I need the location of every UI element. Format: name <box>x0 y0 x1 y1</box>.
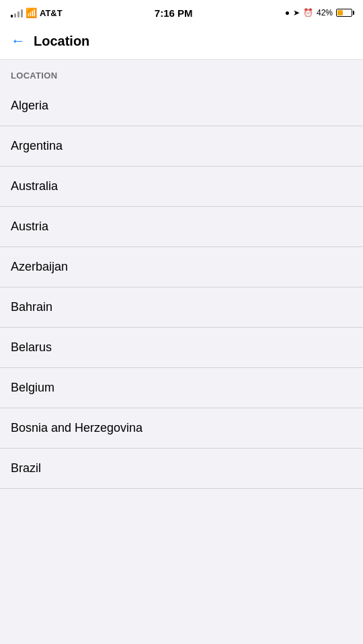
list-item-label: Australia <box>11 179 58 193</box>
location-icon: ● <box>285 8 290 17</box>
list-item-label: Argentina <box>11 139 63 153</box>
back-arrow-icon: ← <box>11 34 26 48</box>
carrier-label: AT&T <box>40 8 63 18</box>
status-left: 📶 AT&T <box>11 7 63 18</box>
location-list: LOCATION AlgeriaArgentinaAustraliaAustri… <box>0 60 363 489</box>
list-item-label: Austria <box>11 220 48 234</box>
list-item[interactable]: Algeria <box>0 86 363 126</box>
back-button[interactable]: ← <box>5 31 31 51</box>
list-item-label: Belgium <box>11 381 54 395</box>
list-item[interactable]: Argentina <box>0 126 363 167</box>
list-item-label: Algeria <box>11 99 48 113</box>
list-item[interactable]: Belgium <box>0 368 363 408</box>
nav-header: ← Location <box>0 24 363 60</box>
signal-icon <box>11 8 23 17</box>
list-item[interactable]: Brazil <box>0 449 363 489</box>
list-item-label: Brazil <box>11 461 41 475</box>
list-item-label: Bahrain <box>11 300 52 314</box>
list-item[interactable]: Bahrain <box>0 287 363 328</box>
navigation-icon: ➤ <box>293 8 300 17</box>
battery-icon <box>336 9 352 17</box>
list-item-label: Bosnia and Herzegovina <box>11 421 143 435</box>
list-item[interactable]: Azerbaijan <box>0 247 363 287</box>
wifi-icon: 📶 <box>26 7 37 18</box>
list-item[interactable]: Australia <box>0 167 363 207</box>
list-item[interactable]: Belarus <box>0 328 363 368</box>
status-right: ● ➤ ⏰ 42% <box>285 8 352 17</box>
list-item[interactable]: Austria <box>0 207 363 247</box>
status-bar: 📶 AT&T 7:16 PM ● ➤ ⏰ 42% <box>0 0 363 24</box>
list-item-label: Belarus <box>11 340 52 355</box>
section-header: LOCATION <box>0 60 363 86</box>
page-title: Location <box>34 34 89 49</box>
battery-percent: 42% <box>317 8 333 17</box>
alarm-icon: ⏰ <box>303 8 313 17</box>
list-item[interactable]: Bosnia and Herzegovina <box>0 408 363 449</box>
time-display: 7:16 PM <box>155 7 193 19</box>
list-item-label: Azerbaijan <box>11 260 68 274</box>
